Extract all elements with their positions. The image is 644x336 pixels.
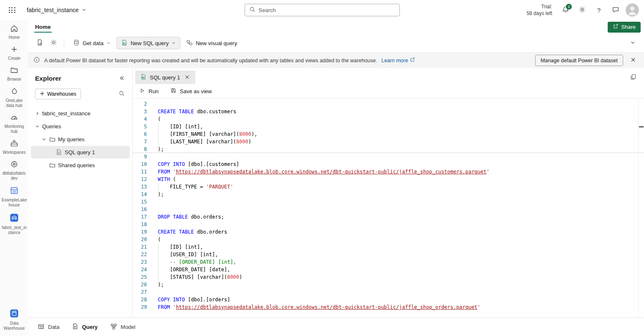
tree-item-queries[interactable]: Queries: [31, 120, 130, 132]
app-launcher-button[interactable]: [5, 3, 19, 17]
help-button[interactable]: ?: [592, 3, 606, 17]
copy-query-button[interactable]: [627, 71, 639, 83]
explorer-search-button[interactable]: [116, 88, 127, 100]
tree-item-label: Queries: [41, 123, 61, 130]
line-number: 19: [133, 228, 147, 236]
add-warehouses-button[interactable]: Warehouses: [35, 89, 81, 99]
collapse-ribbon-button[interactable]: [626, 37, 639, 49]
line-number: 11: [133, 168, 147, 176]
tree-item-sql-query-1[interactable]: SQL query 1: [31, 146, 130, 158]
share-label: Share: [621, 24, 636, 30]
code-line-27[interactable]: 27: [133, 288, 644, 296]
learn-more-link[interactable]: Learn more: [381, 57, 415, 64]
get-data-button[interactable]: Get data: [68, 37, 115, 49]
save-as-view-button[interactable]: Save as view: [170, 87, 212, 95]
code-line-6[interactable]: 6 [FIRST_NAME] [varchar](8000),: [133, 130, 644, 138]
code-text: CREATE TABLE dbo.orders: [147, 228, 644, 236]
banner-close-button[interactable]: [627, 55, 639, 66]
code-line-3[interactable]: 3CREATE TABLE dbo.customers: [133, 108, 644, 115]
rail-item-examplelakehouse[interactable]: ExampleLakehouse: [1, 183, 28, 210]
code-line-24[interactable]: 24 [ORDER_DATE] [date],: [133, 266, 644, 273]
rail-item-data-warehouse[interactable]: Data Warehouse: [1, 306, 28, 333]
view-tab-data[interactable]: Data: [33, 321, 63, 334]
query-tabstrip: SQL query 1: [133, 68, 644, 84]
code-line-18[interactable]: 18: [133, 221, 644, 228]
rail-item-monitoring-hub[interactable]: Monitoring hub: [1, 111, 28, 137]
code-line-19[interactable]: 19CREATE TABLE dbo.orders: [133, 228, 644, 236]
code-line-11[interactable]: 11FROM 'https://dbtlabsynapsedatalake.bl…: [133, 168, 644, 176]
view-switcher-bar: DataQueryModel: [28, 318, 644, 336]
rail-item-create[interactable]: Create: [1, 43, 28, 64]
code-line-17[interactable]: 17DROP TABLE dbo.orders;: [133, 213, 644, 221]
rail-item-fabric-test-instance[interactable]: fabric_test_instance: [1, 210, 28, 238]
rail-item-onelake-data-hub[interactable]: OneLake data hub: [1, 84, 28, 111]
code-line-13[interactable]: 13 FILE_TYPE = 'PARQUET': [133, 183, 644, 191]
manage-dataset-button[interactable]: Manage default Power BI dataset: [535, 55, 623, 66]
tab-home[interactable]: Home: [34, 22, 52, 33]
code-line-25[interactable]: 25 [STATUS] [varchar](8000): [133, 273, 644, 281]
code-line-22[interactable]: 22 [USER_ID] [int],: [133, 251, 644, 258]
new-report-button[interactable]: [33, 37, 46, 49]
tree-item-my-queries[interactable]: My queries: [31, 133, 130, 145]
sql-document-icon: [121, 39, 128, 47]
code-line-23[interactable]: 23 -- [ORDER_DATE] [int],: [133, 258, 644, 266]
monitoring-icon: [10, 113, 18, 123]
notifications-button[interactable]: 2: [559, 3, 572, 17]
run-button[interactable]: Run: [139, 88, 159, 95]
view-tab-model[interactable]: Model: [106, 321, 139, 334]
view-tab-query[interactable]: Query: [68, 321, 102, 333]
query-tab[interactable]: SQL query 1: [135, 71, 195, 84]
code-line-7[interactable]: 7 [LAST_NAME] [varchar](8000): [133, 138, 644, 145]
code-text: [147, 206, 644, 213]
line-number: 16: [133, 206, 147, 213]
code-line-8[interactable]: 8);: [133, 145, 644, 153]
editor-scrollbar[interactable]: [638, 99, 644, 318]
code-line-4[interactable]: 4(: [133, 115, 644, 123]
tree-item-label: fabric_test_instance: [41, 110, 91, 117]
code-line-10[interactable]: 10COPY INTO [dbo].[customers]: [133, 160, 644, 168]
code-line-2[interactable]: 2: [133, 100, 644, 108]
code-text: COPY INTO [dbo].[customers]: [147, 160, 644, 168]
chevron-down-icon[interactable]: [33, 124, 41, 129]
code-line-9[interactable]: 9: [133, 153, 644, 160]
share-button[interactable]: Share: [608, 22, 641, 33]
tree-item-shared-queries[interactable]: Shared queries: [31, 159, 130, 171]
new-sql-query-button[interactable]: New SQL query: [116, 37, 180, 49]
account-avatar[interactable]: [626, 3, 639, 17]
line-number: 2: [133, 100, 147, 108]
code-line-5[interactable]: 5 [ID] [int],: [133, 123, 644, 130]
code-line-14[interactable]: 14);: [133, 191, 644, 198]
tree-item-fabric-test-instance[interactable]: fabric_test_instance: [31, 107, 130, 120]
home-icon: [10, 24, 18, 34]
editor-settings-button[interactable]: [47, 37, 60, 49]
new-visual-query-button[interactable]: New visual query: [182, 37, 242, 49]
search-box[interactable]: Search: [245, 4, 400, 16]
rail-item-browse[interactable]: Browse: [1, 64, 28, 84]
code-line-26[interactable]: 26);: [133, 281, 644, 288]
code-line-15[interactable]: 15: [133, 198, 644, 206]
code-text: );: [147, 191, 644, 198]
feedback-button[interactable]: [609, 3, 622, 17]
code-text: [FIRST_NAME] [varchar](8000),: [147, 130, 644, 138]
rail-item-workspaces[interactable]: Workspaces: [1, 137, 28, 158]
settings-button[interactable]: [576, 3, 589, 17]
rail-item-home[interactable]: Home: [1, 22, 28, 43]
code-line-12[interactable]: 12WITH (: [133, 176, 644, 183]
rail-item-label: ExampleLakehouse: [1, 198, 27, 208]
code-line-29[interactable]: 29FROM 'https://dbtlabsynapsedatalake.bl…: [133, 303, 644, 311]
sql-document-icon: [140, 74, 146, 81]
rail-item-dbtlabsfabricdev[interactable]: dbtlabsfabricdev: [1, 158, 28, 183]
collapse-explorer-button[interactable]: [116, 73, 127, 84]
tree-item-label: SQL query 1: [63, 149, 95, 155]
chevron-right-icon[interactable]: [33, 111, 41, 116]
sql-code-editor[interactable]: 23CREATE TABLE dbo.customers4(5 [ID] [in…: [133, 99, 644, 318]
code-line-20[interactable]: 20(: [133, 236, 644, 243]
chevron-down-icon[interactable]: [40, 137, 48, 142]
code-line-21[interactable]: 21 [ID] [int],: [133, 243, 644, 251]
workspace-switcher[interactable]: fabric_test_instance: [24, 5, 89, 15]
code-line-28[interactable]: 28COPY INTO [dbo].[orders]: [133, 296, 644, 303]
close-tab-button[interactable]: [184, 74, 191, 81]
indent-guide: [158, 138, 159, 145]
code-line-16[interactable]: 16: [133, 206, 644, 213]
top-header: fabric_test_instance Search Trial: 58 da…: [0, 0, 644, 20]
